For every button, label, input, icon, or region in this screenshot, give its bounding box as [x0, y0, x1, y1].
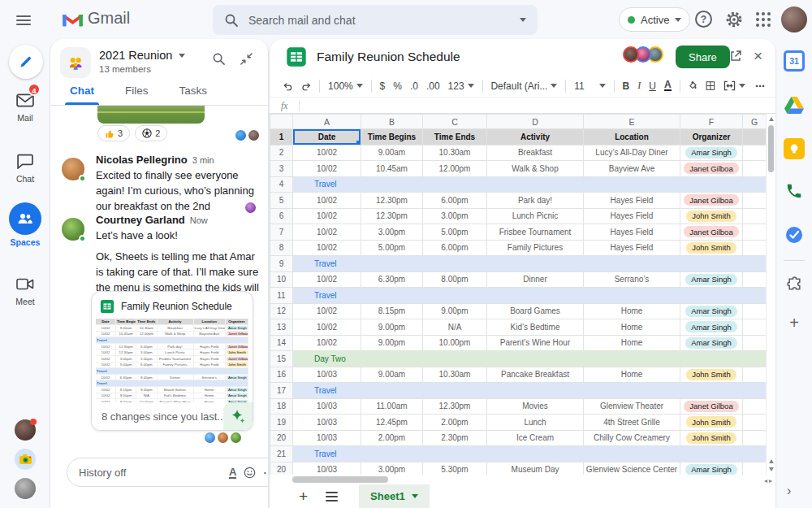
sidebar-item-meet[interactable]: Meet [0, 273, 50, 306]
cell[interactable]: 10/02 [293, 208, 361, 224]
column-header[interactable]: E [584, 115, 680, 129]
row-header[interactable]: 7 [270, 224, 293, 241]
row-header[interactable]: 2 [270, 145, 293, 161]
calendar-icon[interactable]: 31 [784, 50, 805, 72]
cell[interactable]: Amar Singh [680, 319, 743, 336]
row-header[interactable]: 6 [270, 208, 293, 224]
message-input-pill[interactable]: A ··· [67, 458, 268, 487]
cell[interactable]: Time Begins [361, 129, 423, 145]
cell[interactable]: 6.30pm [361, 271, 423, 288]
cell[interactable]: Amar Singh [680, 271, 743, 288]
cell[interactable]: 5.00pm [423, 224, 487, 241]
cell[interactable]: Hayes Field [584, 193, 680, 209]
row-header[interactable]: 13 [270, 319, 293, 336]
vertical-scrollbar[interactable] [766, 114, 775, 475]
horizontal-scrollbar[interactable] [292, 476, 755, 483]
grid-corner[interactable] [270, 115, 293, 129]
borders-icon[interactable] [706, 80, 715, 92]
cell[interactable] [743, 240, 767, 256]
all-sheets-menu-icon[interactable] [326, 489, 338, 504]
cell[interactable]: Lucy’s All-Day Diner [584, 145, 680, 161]
cell[interactable]: 10/02 [293, 224, 361, 241]
tab-chat[interactable]: Chat [70, 85, 94, 105]
vertical-scroll-thumb[interactable] [768, 125, 774, 172]
cell[interactable]: Glenview Theater [584, 398, 680, 415]
cell[interactable]: 2.30pm [423, 430, 487, 446]
cell[interactable]: Location [584, 129, 680, 145]
cell[interactable]: Parent’s Wine Hour [487, 335, 584, 351]
search-options-caret-icon[interactable] [520, 18, 526, 22]
cell[interactable]: 10/02 [293, 303, 361, 319]
collaborator-avatar[interactable] [623, 46, 639, 63]
sidebar-item-mail[interactable]: 4 Mail [0, 89, 50, 123]
cell[interactable] [743, 430, 767, 446]
help-button[interactable]: ? [695, 11, 712, 28]
cell[interactable]: Day Two [293, 351, 767, 367]
tasks-icon[interactable] [784, 224, 805, 245]
share-button[interactable]: Share [676, 46, 730, 68]
cell[interactable]: John Smith [680, 367, 743, 383]
cell[interactable]: 3.00pm [361, 224, 423, 241]
increase-decimal-button[interactable]: .00 [426, 80, 440, 92]
cell[interactable]: Glenview Science Center [584, 462, 680, 475]
italic-button[interactable]: I [637, 80, 641, 92]
cell[interactable]: Walk & Shop [487, 161, 584, 177]
document-title[interactable]: Family Reunion Schedule [317, 50, 460, 64]
row-header[interactable]: 9 [270, 256, 293, 272]
space-avatar[interactable] [60, 47, 91, 78]
horizontal-scroll-arrows[interactable]: ◂▸ [764, 477, 774, 484]
column-header[interactable]: B [361, 115, 423, 129]
cell[interactable] [743, 462, 767, 475]
row-header[interactable]: 8 [270, 240, 293, 256]
sidebar-item-spaces[interactable]: Spaces [0, 208, 50, 247]
cell[interactable]: 9.00pm [423, 303, 487, 319]
cell[interactable]: Lunch [487, 415, 584, 431]
cell[interactable]: 10.30am [423, 367, 487, 383]
cell[interactable]: 12.30pm [423, 398, 487, 415]
recent-chat-avatar[interactable] [15, 478, 36, 499]
cell[interactable]: Travel [293, 446, 767, 462]
cell[interactable]: John Smith [680, 415, 743, 431]
cell[interactable]: Organizer [680, 129, 743, 145]
cell[interactable]: 10/03 [293, 430, 361, 446]
cell[interactable]: Family Pictures [487, 240, 584, 256]
space-name[interactable]: 2021 Reunion [99, 49, 185, 62]
cell[interactable]: 10.00pm [423, 335, 487, 351]
message-input[interactable] [79, 467, 222, 479]
cell[interactable]: Museum Day [487, 462, 584, 475]
zoom-selector[interactable]: 100% [328, 80, 363, 92]
hamburger-menu-icon[interactable] [16, 13, 31, 28]
addons-puzzle-icon[interactable] [784, 273, 805, 294]
column-header[interactable]: D [487, 115, 584, 129]
cell[interactable]: Home [584, 303, 680, 319]
text-color-button[interactable]: A [664, 80, 672, 91]
expand-panel-chevron-icon[interactable]: › [787, 484, 791, 498]
search-input[interactable] [248, 14, 520, 27]
thumbs-up-reaction[interactable]: 3 [97, 125, 130, 141]
cell[interactable]: 10/02 [293, 240, 361, 256]
cell[interactable]: Bayview Ave [584, 161, 680, 177]
cell[interactable]: 2.00pm [361, 430, 423, 446]
cell[interactable]: Lunch Picnic [487, 208, 584, 224]
cell[interactable]: 12.30pm [361, 208, 423, 224]
cell[interactable]: Ice Cream [487, 430, 584, 446]
cell[interactable]: 3.00pm [361, 462, 423, 475]
tab-files[interactable]: Files [125, 85, 149, 105]
cell[interactable]: 6.00pm [423, 240, 487, 256]
cell[interactable] [743, 161, 767, 177]
collapse-panel-icon[interactable] [240, 52, 253, 66]
column-header[interactable]: F [680, 115, 743, 129]
column-header[interactable]: C [423, 115, 487, 129]
toolbar-more-button[interactable]: ⋯ [755, 80, 766, 92]
emoji-icon[interactable] [244, 467, 256, 479]
cell[interactable]: Chilly Cow Creamery [584, 430, 680, 446]
sidebar-item-chat[interactable]: Chat [0, 150, 50, 184]
cell[interactable]: 10/02 [293, 193, 361, 209]
cell[interactable]: Amar Singh [680, 335, 743, 351]
cell[interactable]: Hayes Field [584, 208, 680, 224]
cell[interactable]: Park day! [487, 193, 584, 209]
horizontal-scroll-thumb[interactable] [292, 476, 388, 483]
cell[interactable]: 10/03 [293, 367, 361, 383]
cell[interactable] [743, 303, 767, 319]
cell[interactable]: 10/02 [293, 161, 361, 177]
